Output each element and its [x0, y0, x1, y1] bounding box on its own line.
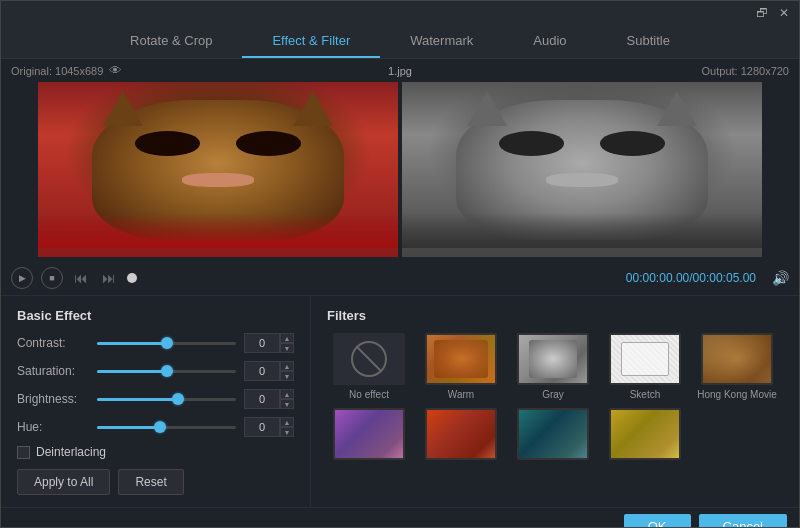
contrast-value[interactable]: 0 [244, 333, 280, 353]
filter-sketch-thumb [609, 333, 681, 385]
hue-value[interactable]: 0 [244, 417, 280, 437]
brightness-label: Brightness: [17, 392, 89, 406]
hue-value-input[interactable]: 0 ▲ ▼ [244, 417, 294, 437]
cancel-button[interactable]: Cancel [699, 514, 787, 528]
brightness-spin-up[interactable]: ▲ [280, 389, 294, 399]
tab-rotate-crop[interactable]: Rotate & Crop [100, 25, 242, 58]
minimize-button[interactable]: 🗗 [755, 6, 769, 20]
saturation-label: Saturation: [17, 364, 89, 378]
volume-icon[interactable]: 🔊 [772, 270, 789, 286]
brightness-row: Brightness: 0 ▲ ▼ [17, 389, 294, 409]
contrast-label: Contrast: [17, 336, 89, 350]
filter-warm-label: Warm [448, 389, 474, 400]
contrast-row: Contrast: 0 ▲ ▼ [17, 333, 294, 353]
hue-row: Hue: 0 ▲ ▼ [17, 417, 294, 437]
tab-audio[interactable]: Audio [503, 25, 596, 58]
brightness-slider[interactable] [97, 391, 236, 407]
saturation-row: Saturation: 0 ▲ ▼ [17, 361, 294, 381]
ok-button[interactable]: OK [624, 514, 691, 528]
tab-effect-filter[interactable]: Effect & Filter [242, 25, 380, 58]
filter-yellow[interactable] [603, 408, 687, 464]
time-display: 00:00:00.00/00:00:05.00 [626, 271, 756, 285]
filter-sketch[interactable]: Sketch [603, 333, 687, 400]
filename-label: 1.jpg [388, 65, 412, 77]
filter-hk-label: Hong Kong Movie [697, 389, 777, 400]
saturation-spin-up[interactable]: ▲ [280, 361, 294, 371]
play-icon: ▶ [19, 273, 26, 283]
filter-teal[interactable] [511, 408, 595, 464]
filter-gray[interactable]: Gray [511, 333, 595, 400]
saturation-value[interactable]: 0 [244, 361, 280, 381]
saturation-value-input[interactable]: 0 ▲ ▼ [244, 361, 294, 381]
filters-title: Filters [327, 308, 783, 323]
action-buttons: Apply to All Reset [17, 469, 294, 495]
filter-warm[interactable]: Warm [419, 333, 503, 400]
output-size-label: Output: 1280x720 [702, 65, 789, 77]
filter-hk[interactable]: Hong Kong Movie [695, 333, 779, 400]
preview-original [38, 82, 398, 257]
preview-output [402, 82, 762, 257]
basic-effect-panel: Basic Effect Contrast: 0 ▲ ▼ [1, 296, 311, 507]
contrast-value-input[interactable]: 0 ▲ ▼ [244, 333, 294, 353]
filter-purple[interactable] [327, 408, 411, 464]
filter-no-effect-label: No effect [349, 389, 389, 400]
hue-slider[interactable] [97, 419, 236, 435]
saturation-spin-down[interactable]: ▼ [280, 371, 294, 381]
saturation-slider[interactable] [97, 363, 236, 379]
basic-effect-title: Basic Effect [17, 308, 294, 323]
filter-purple-thumb [333, 408, 405, 460]
filter-teal-thumb [517, 408, 589, 460]
preview-eye-icon[interactable]: 👁 [109, 63, 122, 78]
original-size-label: Original: 1045x689 [11, 65, 103, 77]
stop-button[interactable]: ■ [41, 267, 63, 289]
filter-gray-label: Gray [542, 389, 564, 400]
brightness-value-input[interactable]: 0 ▲ ▼ [244, 389, 294, 409]
deinterlace-label: Deinterlacing [36, 445, 106, 459]
contrast-spin-down[interactable]: ▼ [280, 343, 294, 353]
filter-orange-thumb [425, 408, 497, 460]
skip-end-button[interactable]: ⏭ [99, 268, 119, 288]
playback-bar: ▶ ■ ⏮ ⏭ 00:00:00.00/00:00:05.00 🔊 [1, 261, 799, 295]
title-bar: 🗗 ✕ [1, 1, 799, 25]
no-effect-icon [351, 341, 387, 377]
progress-dot[interactable] [127, 273, 137, 283]
skip-start-button[interactable]: ⏮ [71, 268, 91, 288]
tab-watermark[interactable]: Watermark [380, 25, 503, 58]
filter-sketch-label: Sketch [630, 389, 661, 400]
filter-warm-thumb [425, 333, 497, 385]
preview-images-container [1, 82, 799, 261]
contrast-spin-up[interactable]: ▲ [280, 333, 294, 343]
tab-bar: Rotate & Crop Effect & Filter Watermark … [1, 25, 799, 59]
filter-gray-thumb [517, 333, 589, 385]
filter-no-effect[interactable]: No effect [327, 333, 411, 400]
contrast-slider[interactable] [97, 335, 236, 351]
hue-label: Hue: [17, 420, 89, 434]
apply-to-all-button[interactable]: Apply to All [17, 469, 110, 495]
filters-grid: No effect Warm Gray [327, 333, 783, 464]
brightness-spin-down[interactable]: ▼ [280, 399, 294, 409]
filter-no-effect-thumb [333, 333, 405, 385]
deinterlace-checkbox[interactable] [17, 446, 30, 459]
tab-subtitle[interactable]: Subtitle [597, 25, 700, 58]
brightness-value[interactable]: 0 [244, 389, 280, 409]
footer-bar: OK Cancel [1, 507, 799, 528]
filters-panel: Filters No effect Warm [311, 296, 799, 507]
preview-info: Original: 1045x689 👁 1.jpg Output: 1280x… [1, 59, 799, 82]
play-button[interactable]: ▶ [11, 267, 33, 289]
bottom-panel: Basic Effect Contrast: 0 ▲ ▼ [1, 295, 799, 507]
hue-spin-down[interactable]: ▼ [280, 427, 294, 437]
stop-icon: ■ [49, 273, 54, 283]
filter-orange[interactable] [419, 408, 503, 464]
deinterlace-row: Deinterlacing [17, 445, 294, 459]
close-button[interactable]: ✕ [777, 6, 791, 20]
reset-button[interactable]: Reset [118, 469, 183, 495]
hue-spin-up[interactable]: ▲ [280, 417, 294, 427]
filter-hk-thumb [701, 333, 773, 385]
filter-yellow-thumb [609, 408, 681, 460]
